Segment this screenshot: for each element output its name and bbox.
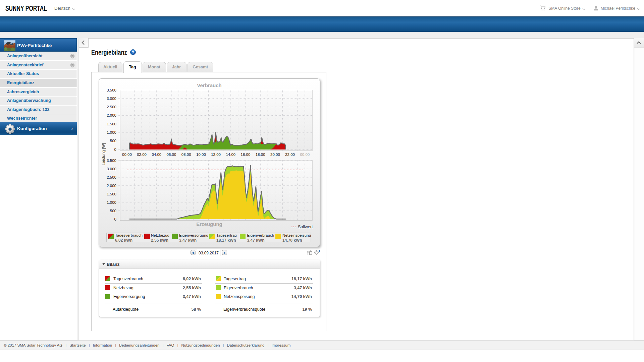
svg-text:00:00: 00:00 <box>300 153 310 157</box>
svg-text:08:00: 08:00 <box>181 153 191 157</box>
svg-text:22:00: 22:00 <box>285 153 295 157</box>
svg-text:1.500: 1.500 <box>107 122 116 126</box>
svg-text:500: 500 <box>110 139 116 143</box>
svg-text:3.500: 3.500 <box>107 88 116 92</box>
svg-text:0: 0 <box>114 217 116 221</box>
svg-text:12:00: 12:00 <box>211 153 221 157</box>
svg-text:0: 0 <box>114 147 116 152</box>
svg-text:Verbrauch: Verbrauch <box>197 82 221 88</box>
svg-text:Erzeugung: Erzeugung <box>196 221 222 227</box>
svg-text:2.000: 2.000 <box>107 113 116 117</box>
svg-text:04:00: 04:00 <box>152 153 161 157</box>
svg-text:2.000: 2.000 <box>107 184 116 188</box>
svg-text:3.000: 3.000 <box>107 167 116 171</box>
svg-text:1.000: 1.000 <box>107 130 116 134</box>
svg-text:?: ? <box>132 50 134 54</box>
svg-text:16:00: 16:00 <box>241 153 251 157</box>
svg-text:02:00: 02:00 <box>137 153 147 157</box>
svg-text:Leistung [W]: Leistung [W] <box>101 143 106 166</box>
svg-text:06:00: 06:00 <box>167 153 176 157</box>
svg-text:20:00: 20:00 <box>270 153 280 157</box>
svg-text:2.500: 2.500 <box>107 105 116 109</box>
svg-text:3.500: 3.500 <box>107 159 116 163</box>
svg-text:1.500: 1.500 <box>107 192 116 196</box>
svg-text:500: 500 <box>110 209 116 213</box>
svg-text:1.000: 1.000 <box>107 200 116 204</box>
svg-text:10:00: 10:00 <box>196 153 206 157</box>
svg-text:14:00: 14:00 <box>226 153 235 157</box>
svg-text:18:00: 18:00 <box>256 153 265 157</box>
svg-text:Sollwert: Sollwert <box>298 225 313 229</box>
svg-text:00:00: 00:00 <box>122 153 132 157</box>
svg-text:3.000: 3.000 <box>107 97 116 101</box>
svg-text:2.500: 2.500 <box>107 175 116 179</box>
